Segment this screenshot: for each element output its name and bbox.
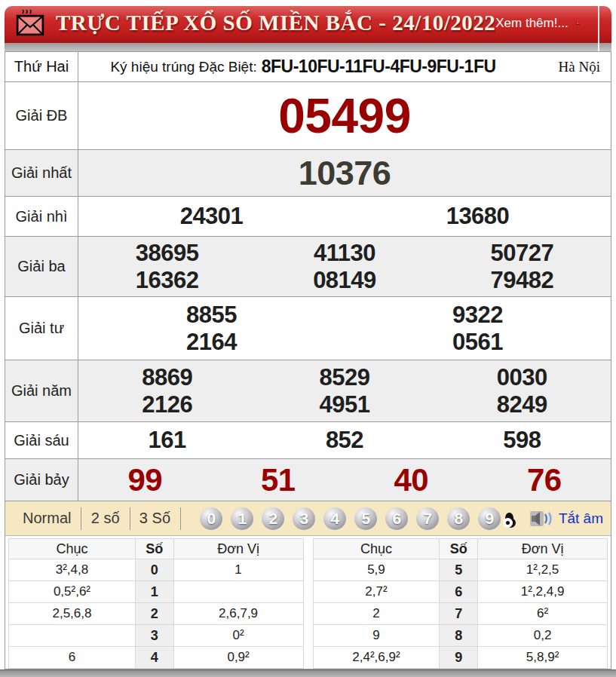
chuc-cell: 5,9 <box>313 559 440 581</box>
prize-number: 9322 <box>345 302 611 329</box>
special-symbol-value: 8FU-10FU-11FU-4FU-9FU-1FU <box>262 57 496 77</box>
chuc-cell <box>9 625 136 647</box>
donvi-cell: 6² <box>478 603 608 625</box>
table-row: 2 7 6² <box>313 603 608 625</box>
so-cell: 7 <box>440 603 478 625</box>
mode-3so-button[interactable]: 3 Số <box>130 510 180 527</box>
prize-label: Giải tư <box>5 297 78 360</box>
table-header-row: Chục Số Đơn Vị <box>9 539 304 559</box>
prize-number: 08149 <box>256 267 433 294</box>
horizontal-scrollbar[interactable] <box>0 669 616 677</box>
so-cell: 6 <box>440 581 478 603</box>
donvi-cell: 0,9² <box>173 647 303 669</box>
lottery-page: TRỰC TIẾP XỔ SỐ MIỀN BẮC - 24/10/2022 Xe… <box>0 0 616 669</box>
prize-label: Giải ba <box>5 237 78 296</box>
prize-number: 24301 <box>78 203 345 230</box>
prize-number: 79482 <box>434 267 611 294</box>
chuc-cell: 3²,4,8 <box>9 559 136 581</box>
results-board: Thứ Hai Ký hiệu trúng Đặc Biệt: 8FU-10FU… <box>5 51 611 669</box>
page-title: TRỰC TIẾP XỔ SỐ MIỀN BẮC - 24/10/2022 <box>56 11 495 35</box>
prize-number: 05499 <box>78 88 611 144</box>
donvi-cell: 1²,2,4,9 <box>478 581 608 603</box>
prize-row-third: Giải ba 38695 41130 50727 16362 08149 79… <box>5 237 611 297</box>
digit-button-6[interactable]: 6 <box>385 507 408 530</box>
envelope-icon <box>15 9 45 38</box>
so-cell: 5 <box>440 559 478 581</box>
prize-row-fourth: Giải tư 8855 9322 2164 0561 <box>5 297 611 360</box>
table-row: 2,7² 6 1²,2,4,9 <box>313 581 608 603</box>
header-divider-strip <box>5 43 611 51</box>
special-symbol-label: Ký hiệu trúng Đặc Biệt: <box>110 59 256 75</box>
mode-normal-button[interactable]: Normal <box>13 510 81 527</box>
prize-row-seventh: Giải bảy 99 51 40 76 <box>5 459 611 501</box>
table-row: 0,5²,6² 1 <box>9 581 304 603</box>
donvi-cell: 5,8,9² <box>478 647 608 669</box>
digit-button-2[interactable]: 2 <box>262 507 284 530</box>
weekday-label: Thứ Hai <box>5 52 78 81</box>
digit-button-4[interactable]: 4 <box>323 507 346 530</box>
prize-row-first: Giải nhất 10376 <box>5 150 611 197</box>
digit-button-0[interactable]: 0 <box>200 507 222 530</box>
donvi-cell <box>173 581 303 603</box>
table-row: 2,4²,6,9² 9 5,8,9² <box>313 647 608 669</box>
col-header-donvi: Đơn Vị <box>173 539 303 559</box>
digit-button-7[interactable]: 7 <box>416 507 439 530</box>
prize-number: 8855 <box>78 302 345 329</box>
so-cell: 0 <box>135 559 173 581</box>
prize-number: 0561 <box>345 329 611 356</box>
donvi-cell: 1 <box>173 559 303 581</box>
mode-2so-button[interactable]: 2 số <box>81 510 130 527</box>
speaker-icon[interactable] <box>530 510 553 528</box>
see-more-link[interactable]: Xem thêm!... <box>495 16 568 31</box>
prize-label: Giải năm <box>5 360 78 421</box>
digit-button-1[interactable]: 1 <box>231 507 253 530</box>
col-header-so: Số <box>135 539 173 559</box>
prize-number: 13680 <box>345 203 611 230</box>
prize-number: 161 <box>78 427 256 454</box>
so-cell: 3 <box>135 625 173 647</box>
table-row: 5,9 5 1²,2,5 <box>313 559 608 581</box>
mute-button[interactable]: Tắt âm <box>559 510 603 527</box>
info-row: Thứ Hai Ký hiệu trúng Đặc Biệt: 8FU-10FU… <box>5 52 611 82</box>
prize-number: 41130 <box>256 240 433 267</box>
col-header-chuc: Chục <box>313 539 440 559</box>
prize-number: 50727 <box>434 240 611 267</box>
header-bar: TRỰC TIẾP XỔ SỐ MIỀN BẮC - 24/10/2022 Xe… <box>5 6 611 43</box>
digit-stats-section: Chục Số Đơn Vị 3²,4,8 0 1 0,5²,6² 1 <box>5 536 611 669</box>
digit-button-3[interactable]: 3 <box>293 507 315 530</box>
prize-number: 99 <box>78 462 212 498</box>
prize-number: 2126 <box>78 391 256 418</box>
table-row: 3 0² <box>9 625 304 647</box>
prize-number: 76 <box>478 462 611 498</box>
chuc-cell: 2,5,6,8 <box>9 603 136 625</box>
special-symbol: Ký hiệu trúng Đặc Biệt: 8FU-10FU-11FU-4F… <box>78 52 528 81</box>
chuc-cell: 2,7² <box>313 581 440 603</box>
prize-number: 38695 <box>78 240 256 267</box>
prize-number: 0030 <box>434 364 611 391</box>
table-row: 2,5,6,8 2 2,6,7,9 <box>9 603 304 625</box>
stats-table-left: Chục Số Đơn Vị 3²,4,8 0 1 0,5²,6² 1 <box>8 538 304 669</box>
chuc-cell: 9 <box>313 625 440 647</box>
prize-label: Giải sáu <box>5 422 78 458</box>
filter-toolbar: Normal 2 số 3 Số 0 1 2 3 4 5 6 7 8 9 <box>5 501 611 536</box>
digit-button-5[interactable]: 5 <box>354 507 377 530</box>
table-header-row: Chục Số Đơn Vị <box>313 539 608 559</box>
prize-label: Giải nhì <box>5 197 78 236</box>
prize-number: 40 <box>345 462 478 498</box>
prize-number: 8249 <box>434 391 611 418</box>
digit-button-9[interactable]: 9 <box>478 507 501 530</box>
prize-label: Giải ĐB <box>5 82 78 149</box>
prize-number: 598 <box>434 427 611 454</box>
digit-button-8[interactable]: 8 <box>447 507 470 530</box>
stats-table-right: Chục Số Đơn Vị 5,9 5 1²,2,5 2,7² 6 1²,2,… <box>313 538 608 669</box>
prize-row-fifth: Giải năm 8869 8529 0030 2126 4951 8249 <box>5 360 611 422</box>
prize-number: 51 <box>212 462 345 498</box>
prize-number: 2164 <box>78 329 345 356</box>
yin-yang-icon[interactable] <box>505 513 513 524</box>
so-cell: 8 <box>440 625 478 647</box>
table-row: 6 4 0,9² <box>9 647 304 669</box>
prize-row-second: Giải nhì 24301 13680 <box>5 197 611 237</box>
bar-chart-icon[interactable] <box>576 14 580 33</box>
col-header-so: Số <box>440 539 478 559</box>
so-cell: 2 <box>135 603 173 625</box>
